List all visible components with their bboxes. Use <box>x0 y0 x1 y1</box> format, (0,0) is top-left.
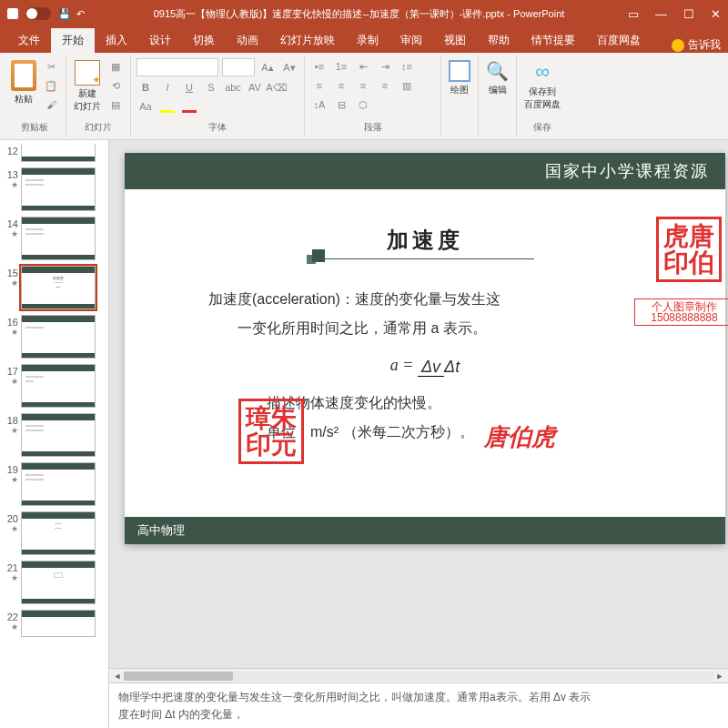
justify-button[interactable]: ≡ <box>376 77 394 94</box>
save-cloud-button[interactable]: ∞ 保存到 百度网盘 <box>522 58 562 113</box>
thumb-17[interactable]: ══════════ <box>21 364 96 408</box>
thumb-19[interactable]: ══════════════ <box>21 462 96 506</box>
thumb-20[interactable]: • • •• • • <box>21 511 96 555</box>
minimize-button[interactable]: — <box>655 7 667 21</box>
ribbon-display-icon[interactable]: ▭ <box>628 7 639 21</box>
thumb-num-22: 22 <box>7 612 18 622</box>
tab-view[interactable]: 视图 <box>433 28 477 53</box>
scroll-thumb[interactable] <box>124 672 233 681</box>
clear-format-button[interactable]: A⌫ <box>268 79 286 96</box>
quick-save-icon[interactable]: 💾 <box>58 8 71 20</box>
align-right-button[interactable]: ≡ <box>354 77 372 94</box>
shadow-button[interactable]: abc <box>224 79 242 96</box>
new-slide-button[interactable]: 新建 幻灯片 <box>72 58 103 115</box>
slide-area: 国家中小学课程资源 加速度 加速度(acceleration)：速度的变化量与发… <box>109 140 728 728</box>
thumb-15[interactable]: 加速度───▪ ▪ <box>21 266 96 309</box>
scroll-track[interactable] <box>124 672 713 681</box>
slide-canvas[interactable]: 国家中小学课程资源 加速度 加速度(acceleration)：速度的变化量与发… <box>125 153 725 544</box>
thumb-num-18: 18 <box>7 415 18 426</box>
slide-wrap: 国家中小学课程资源 加速度 加速度(acceleration)：速度的变化量与发… <box>109 140 728 668</box>
tell-me[interactable]: 告诉我 <box>672 37 721 53</box>
indent-dec-button[interactable]: ⇤ <box>354 58 372 75</box>
editing-label <box>484 132 511 134</box>
font-family-input[interactable] <box>136 58 218 76</box>
scroll-left-icon[interactable]: ◄ <box>111 672 124 681</box>
indent-inc-button[interactable]: ⇥ <box>376 58 394 75</box>
tab-baidu[interactable]: 百度网盘 <box>586 28 652 53</box>
thumb-18[interactable]: ══════════════ <box>21 413 96 457</box>
tab-file[interactable]: 文件 <box>7 28 51 53</box>
drawing-label <box>447 132 472 134</box>
paste-label: 粘贴 <box>15 93 33 106</box>
thumb-num-14: 14 <box>7 218 18 229</box>
edit-icon: 🔍 <box>486 60 509 82</box>
font-color-button[interactable] <box>180 98 198 115</box>
tab-qingjie[interactable]: 情节提要 <box>521 28 586 53</box>
notes-pane[interactable]: 物理学中把速度的变化量与发生这一变化所用时间之比，叫做加速度。通常用a表示。若用… <box>109 682 728 728</box>
bold-button[interactable]: B <box>136 79 155 96</box>
align-text-button[interactable]: ⊟ <box>332 96 350 113</box>
thumb-22[interactable] <box>21 610 96 637</box>
columns-button[interactable]: ▥ <box>398 77 416 94</box>
section-button[interactable]: ▤ <box>106 96 125 113</box>
highlight-button[interactable] <box>158 98 177 115</box>
font-size-input[interactable] <box>222 58 255 76</box>
stamp-3: 璋朱印元 <box>238 399 304 464</box>
case-button[interactable]: Aa <box>136 98 155 115</box>
thumb-num-20: 20 <box>7 513 18 524</box>
draw-button[interactable]: 绘图 <box>447 58 472 98</box>
title-bar: 💾 ↶ 0915高一【物理(人教版)】速度变化快慢的描述--加速度（第一课时）-… <box>0 0 728 27</box>
layout-button[interactable]: ▦ <box>106 58 125 75</box>
align-left-button[interactable]: ≡ <box>310 77 329 94</box>
italic-button[interactable]: I <box>158 79 177 96</box>
title-underline <box>316 258 534 259</box>
paste-button[interactable]: 粘贴 <box>9 58 38 107</box>
group-drawing: 绘图 <box>441 55 479 137</box>
spacing-button[interactable]: AV <box>246 79 264 96</box>
tab-slideshow[interactable]: 幻灯片放映 <box>269 28 346 53</box>
savecloud-label: 保存到 百度网盘 <box>524 86 561 111</box>
align-center-button[interactable]: ≡ <box>332 77 350 94</box>
highlight-icon <box>160 100 175 113</box>
newslide-icon <box>75 60 100 86</box>
quick-undo-icon[interactable]: ↶ <box>76 8 85 20</box>
tab-record[interactable]: 录制 <box>346 28 389 53</box>
tab-design[interactable]: 设计 <box>138 28 182 53</box>
thumb-num-15: 15 <box>7 268 18 278</box>
horizontal-scrollbar[interactable]: ◄ ► <box>109 668 728 682</box>
tab-help[interactable]: 帮助 <box>477 28 521 53</box>
scroll-right-icon[interactable]: ► <box>713 672 726 681</box>
format-painter-button[interactable]: 🖌 <box>42 96 60 113</box>
maximize-button[interactable]: ☐ <box>683 7 694 21</box>
tab-insert[interactable]: 插入 <box>95 28 138 53</box>
thumb-21[interactable]: ┌──┐└──┘ <box>21 561 96 604</box>
tab-home[interactable]: 开始 <box>51 28 95 53</box>
smartart-button[interactable]: ⬡ <box>354 96 372 113</box>
copy-button[interactable]: 📋 <box>42 77 60 94</box>
close-button[interactable]: ✕ <box>711 7 721 21</box>
shrink-font-button[interactable]: A▾ <box>280 59 298 76</box>
stamp-2: 个人图章制作15088888888 <box>634 298 728 326</box>
thumb-13[interactable]: ══════════════ <box>21 167 96 211</box>
thumb-16[interactable]: ═══════ <box>21 315 96 359</box>
edit-button[interactable]: 🔍 编辑 <box>484 58 511 98</box>
group-paragraph: •≡ 1≡ ⇤ ⇥ ↕≡ ≡ ≡ ≡ ≡ ▥ ↕A ⊟ ⬡ 段落 <box>305 55 441 137</box>
bullets-button[interactable]: •≡ <box>310 58 329 75</box>
autosave-toggle[interactable] <box>25 7 51 20</box>
text-direction-button[interactable]: ↕A <box>310 96 329 113</box>
thumbnail-panel[interactable]: 12 13★══════════════ 14★══════════════ 1… <box>0 140 109 728</box>
thumb-num-12: 12 <box>7 146 18 157</box>
cut-button[interactable]: ✂ <box>42 58 60 75</box>
line-spacing-button[interactable]: ↕≡ <box>398 58 416 75</box>
underline-button[interactable]: U <box>180 79 198 96</box>
tab-transitions[interactable]: 切换 <box>182 28 226 53</box>
strike-button[interactable]: S <box>202 79 220 96</box>
thumb-12[interactable] <box>21 144 96 162</box>
grow-font-button[interactable]: A▴ <box>258 59 277 76</box>
thumb-14[interactable]: ══════════════ <box>21 217 96 260</box>
tab-review[interactable]: 审阅 <box>389 28 433 53</box>
thumb-num-16: 16 <box>7 317 18 328</box>
reset-button[interactable]: ⟲ <box>106 77 125 94</box>
tab-animations[interactable]: 动画 <box>226 28 269 53</box>
numbering-button[interactable]: 1≡ <box>332 58 350 75</box>
